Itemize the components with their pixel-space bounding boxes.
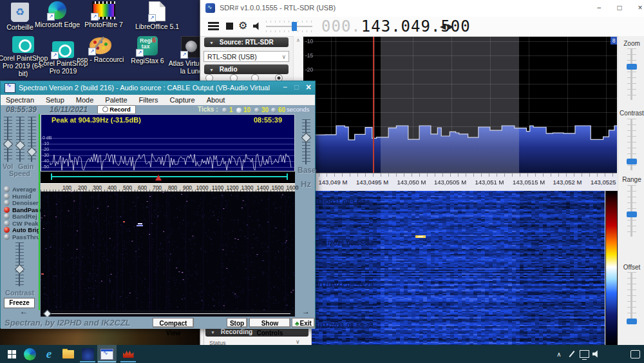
menu-about[interactable]: About — [207, 96, 225, 104]
filter-humid[interactable]: Humid — [4, 193, 32, 199]
rf-spectrum-display[interactable]: 8 — [303, 37, 617, 173]
bandpass-range-line[interactable] — [51, 176, 288, 177]
taskbar-ie[interactable]: e — [40, 345, 58, 363]
db-scale-label: 0 dB — [43, 135, 52, 140]
freq-tick-label: 143,051 M — [475, 179, 504, 186]
desktop-icon-psp[interactable]: ↗ psp - Raccourci — [75, 37, 126, 63]
maximize-button[interactable]: □ — [612, 2, 627, 14]
desktop-icon-registax[interactable]: Regi tax 6 ↗ RegiStax 6 — [122, 36, 173, 64]
ticks-option-1[interactable]: 1 — [222, 106, 233, 113]
show-controls-button[interactable]: Show Controls — [249, 318, 290, 328]
photofiltre-icon: ↗ — [92, 1, 115, 19]
scroll-up-icon[interactable]: ∧ — [294, 36, 303, 45]
clock-text: 08:55:39 — [6, 105, 37, 114]
maximize-button[interactable]: □ — [294, 83, 299, 92]
source-panel-header[interactable]: ▼ Source: RTL-SDR (USB) — [204, 37, 289, 47]
action-center-icon[interactable] — [626, 345, 644, 363]
menu-filters[interactable]: Filters — [139, 96, 158, 104]
waterfall-timestamp: 6/11/2021 08:55:38 — [311, 199, 370, 206]
desktop-icon-label: PhotoFiltre 7 — [79, 21, 129, 28]
minimize-button[interactable]: − — [283, 83, 287, 92]
minimize-button[interactable]: − — [592, 2, 606, 14]
date-text: 16/11/2021 — [50, 105, 88, 114]
volume-slider[interactable] — [266, 21, 312, 32]
menu-palette[interactable]: Palette — [105, 96, 127, 104]
frequency-scale[interactable]: 143,049 M 143,0495 M 143,050 M 143,0505 … — [303, 173, 617, 191]
desktop-icon-photofiltre[interactable]: ↗ PhotoFiltre 7 — [79, 1, 129, 28]
contrast-slider-handle[interactable] — [627, 159, 637, 164]
waterfall-hscrollbar[interactable] — [41, 310, 295, 317]
stop-button[interactable] — [226, 23, 233, 30]
ruler-label: 1600 — [287, 184, 299, 191]
tray-volume-icon[interactable] — [587, 345, 605, 363]
taskbar-psp[interactable] — [119, 345, 137, 363]
freeze-button[interactable]: Freeze — [4, 298, 35, 308]
exit-button[interactable]: ♣Exit — [292, 318, 315, 328]
desktop-icon-edge[interactable]: ↗ Microsoft Edge — [32, 1, 82, 28]
compact-view-button[interactable]: Compact View — [153, 318, 194, 328]
volume-slider-handle[interactable] — [292, 22, 297, 31]
ticks-option-10[interactable]: 10 — [236, 106, 251, 113]
tune-step-left-icon[interactable]: ◀ — [440, 22, 446, 31]
ruler-label: 1000 — [196, 184, 209, 191]
filter-radio-icon — [4, 200, 10, 206]
filter-cwpeak[interactable]: CW Peak — [4, 220, 39, 226]
tuning-marker-icon[interactable] — [155, 175, 162, 181]
taskbar-spectran-active[interactable]: ∿ — [97, 345, 117, 363]
offset-slider-handle[interactable] — [627, 319, 637, 324]
menu-capture[interactable]: Capture — [170, 96, 195, 104]
range-slider-label: Range — [618, 176, 644, 183]
taskbar-edge[interactable] — [21, 345, 39, 363]
spectran-titlebar[interactable]: ∿ Spectran Version 2 (build 216) - Audio… — [1, 81, 315, 95]
source-dropdown[interactable]: RTL-SDR (USB) ∨ — [204, 51, 289, 62]
settings-gear-icon[interactable]: ⚙ — [238, 19, 247, 32]
sdrsharp-titlebar[interactable]: ∿ SDR# v1.0.0.1555 - RTL-SDR (USB) − □ × — [200, 0, 644, 17]
rf-waterfall-display[interactable]: 6/11/2021 08:55:38 16/11/2021 08:55:33 1… — [303, 191, 605, 345]
range-slider-handle[interactable] — [627, 211, 637, 217]
start-button[interactable] — [3, 345, 21, 363]
menu-spectran[interactable]: Spectran — [6, 96, 34, 104]
stop-button[interactable]: Stop — [227, 318, 247, 328]
filter-denoiser[interactable]: Denoiser — [4, 199, 39, 206]
filter-radio-icon — [4, 207, 10, 213]
range-slider[interactable] — [627, 185, 636, 237]
zoom-slider[interactable] — [627, 48, 636, 100]
close-button[interactable]: × — [306, 82, 311, 92]
sdrsharp-toolbar: ⚙ 000.143.049.500 ◀ ▶ — [200, 17, 644, 37]
radio-panel-header[interactable]: ▼ Radio — [204, 64, 289, 74]
frequency-value: 143.049.500 — [361, 17, 471, 35]
ticks-option-30[interactable]: 30 — [254, 106, 269, 113]
tune-step-right-icon[interactable]: ▶ — [448, 22, 453, 31]
ticks-option-60[interactable]: 60 — [271, 106, 285, 113]
taskbar-sdrsharp[interactable] — [79, 345, 97, 363]
filter-passthru[interactable]: PassThru — [4, 233, 40, 240]
taskbar-explorer[interactable] — [59, 345, 77, 363]
scroll-left-arrow-icon[interactable]: ← — [20, 307, 28, 316]
scroll-right-arrow-icon[interactable]: → — [302, 307, 310, 316]
menu-mode[interactable]: Mode — [76, 96, 94, 104]
filter-autobrig[interactable]: Auto Brig — [4, 226, 40, 233]
desktop-icon-libreoffice[interactable]: ↗ LibreOffice 5.1 — [132, 1, 182, 30]
ruler-label: 1100 — [212, 184, 223, 191]
audio-waterfall-display[interactable] — [41, 191, 295, 310]
recording-status-chevron-icon[interactable]: ∨ — [296, 338, 300, 345]
menu-setup[interactable]: Setup — [46, 96, 64, 104]
close-button[interactable]: × — [633, 2, 644, 14]
bandpass-marker-strip[interactable] — [41, 172, 295, 183]
speaker-icon[interactable] — [253, 22, 261, 30]
db-scale-label: -20 — [43, 147, 49, 152]
desktop-icon-label: psp - Raccourci — [75, 55, 126, 63]
audio-spectrum-display[interactable]: Peak at 904.39Hz (-31.5dB) 08:55:39 0 dB… — [41, 114, 295, 172]
camera-icon — [12, 36, 34, 53]
record-checkbox[interactable]: Record — [97, 105, 136, 114]
spectran-statusbar: Spectran, by I2PHD and IK2CZL Compact Vi… — [1, 317, 315, 329]
zoom-slider-handle[interactable] — [627, 64, 637, 70]
filter-average[interactable]: Average — [4, 186, 36, 192]
contrast-slider-label: Contrast — [618, 110, 644, 117]
filter-band-selection[interactable] — [381, 37, 519, 173]
filter-bandrej[interactable]: BandRej — [4, 213, 37, 219]
gain-slider[interactable] — [16, 117, 24, 162]
menu-hamburger-icon[interactable] — [208, 22, 219, 30]
offset-slider[interactable] — [627, 272, 636, 324]
filter-bandpass[interactable]: BandPass — [4, 206, 42, 213]
